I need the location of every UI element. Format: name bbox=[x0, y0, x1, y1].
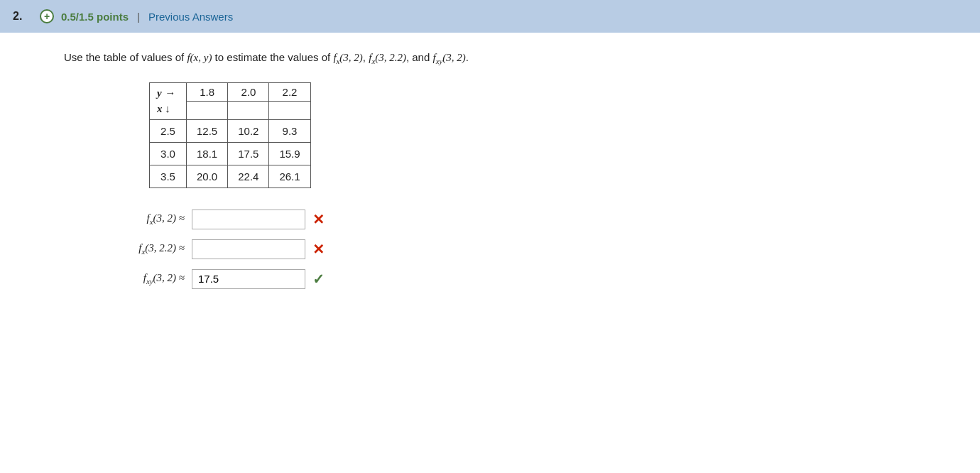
x-val-3.5: 3.5 bbox=[150, 165, 187, 187]
fx-322-label: fx(3, 2.2) bbox=[369, 52, 406, 63]
input-fxy-32[interactable] bbox=[192, 269, 305, 289]
val-3.0-1.8: 18.1 bbox=[187, 142, 228, 165]
previous-answers-link[interactable]: Previous Answers bbox=[148, 11, 233, 23]
pipe-divider: | bbox=[137, 11, 140, 23]
table-row: 3.0 18.1 17.5 15.9 bbox=[150, 142, 311, 165]
input-fx-32[interactable] bbox=[192, 210, 305, 229]
status-fx-322: ✕ bbox=[312, 242, 325, 256]
label-fx-322: fx(3, 2.2) ≈ bbox=[92, 242, 185, 256]
spacer-3 bbox=[269, 102, 310, 120]
val-2.5-2.2: 9.3 bbox=[269, 119, 310, 142]
x-val-3.0: 3.0 bbox=[150, 142, 187, 165]
col-header-2.0: 2.0 bbox=[228, 83, 269, 102]
status-fx-32: ✕ bbox=[312, 212, 325, 227]
plus-icon: + bbox=[40, 9, 54, 23]
points-text: 0.5/1.5 points bbox=[61, 11, 129, 23]
answer-section: fx(3, 2) ≈ ✕ fx(3, 2.2) ≈ ✕ fxy(3, 2) ≈ … bbox=[92, 210, 957, 289]
question-text: Use the table of values of f(x, y) to es… bbox=[64, 50, 957, 67]
label-fxy-32: fxy(3, 2) ≈ bbox=[92, 272, 185, 286]
x-down-cell: x ↓ bbox=[150, 102, 187, 120]
table-row: 2.5 12.5 10.2 9.3 bbox=[150, 119, 311, 142]
question-header: 2. + 0.5/1.5 points | Previous Answers bbox=[0, 0, 980, 33]
answer-row-fx-32: fx(3, 2) ≈ ✕ bbox=[92, 210, 957, 229]
status-fxy-32: ✓ bbox=[312, 272, 325, 286]
table-row: 3.5 20.0 22.4 26.1 bbox=[150, 165, 311, 187]
spacer-2 bbox=[228, 102, 269, 120]
val-3.0-2.2: 15.9 bbox=[269, 142, 310, 165]
question-number: 2. bbox=[13, 10, 33, 23]
col-header-2.2: 2.2 bbox=[269, 83, 310, 102]
val-3.5-2.2: 26.1 bbox=[269, 165, 310, 187]
val-3.0-2.0: 17.5 bbox=[228, 142, 269, 165]
val-2.5-2.0: 10.2 bbox=[228, 119, 269, 142]
label-fx-32: fx(3, 2) ≈ bbox=[92, 212, 185, 226]
fx-32-label: fx(3, 2) bbox=[333, 52, 362, 63]
col-header-1.8: 1.8 bbox=[187, 83, 228, 102]
function-fxy: f(x, y) bbox=[187, 52, 212, 63]
input-fx-322[interactable] bbox=[192, 239, 305, 259]
answer-row-fx-322: fx(3, 2.2) ≈ ✕ bbox=[92, 239, 957, 259]
question-body: Use the table of values of f(x, y) to es… bbox=[0, 33, 980, 312]
values-table: y → 1.8 2.0 2.2 x ↓ 2.5 12.5 10.2 9.3 bbox=[149, 82, 311, 188]
answer-row-fxy-32: fxy(3, 2) ≈ ✓ bbox=[92, 269, 957, 289]
val-3.5-1.8: 20.0 bbox=[187, 165, 228, 187]
val-3.5-2.0: 22.4 bbox=[228, 165, 269, 187]
fxy-32-label: fxy(3, 2) bbox=[432, 52, 465, 63]
x-val-2.5: 2.5 bbox=[150, 119, 187, 142]
y-arrow-cell: y → bbox=[150, 83, 187, 102]
val-2.5-1.8: 12.5 bbox=[187, 119, 228, 142]
spacer-1 bbox=[187, 102, 228, 120]
